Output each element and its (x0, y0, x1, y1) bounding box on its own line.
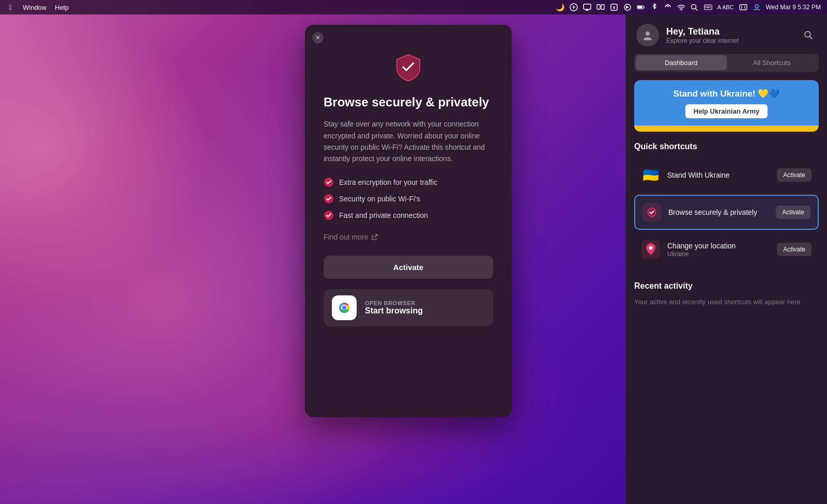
mirror-icon (596, 3, 605, 11)
mirror2-icon (739, 3, 747, 11)
avatar-icon (641, 29, 654, 41)
keyboard-icon (704, 3, 712, 11)
shortcut-ukraine-activate[interactable]: Activate (777, 168, 811, 182)
ukraine-banner-top: Stand with Ukraine! 💛💙 Help Ukrainian Ar… (634, 80, 819, 125)
svg-rect-19 (710, 7, 711, 8)
shortcut-browse: Browse securely & privately Activate (634, 195, 819, 230)
airdrop-icon (753, 3, 761, 11)
check-icon-3 (324, 210, 334, 220)
close-button[interactable]: ✕ (312, 32, 324, 43)
panel-title: Browse securely & privately (324, 94, 493, 110)
search-icon (804, 30, 813, 40)
user-greeting: Hey, Tetiana (666, 26, 793, 37)
quick-shortcuts-title: Quick shortcuts (634, 142, 819, 151)
map-pin-icon (645, 243, 656, 256)
abc-input-label: A ABC (717, 4, 734, 10)
menubar-right: 🌙 8 (556, 3, 821, 11)
svg-rect-13 (705, 6, 706, 7)
flightradar-icon (570, 3, 578, 11)
user-subtitle: Explore your clear internet (666, 37, 793, 44)
tab-all-shortcuts[interactable]: All Shortcuts (727, 55, 818, 70)
shortcut-browse-text: Browse securely & privately (668, 208, 769, 217)
sidebar-header: Hey, Tetiana Explore your clear internet (626, 14, 827, 54)
svg-rect-3 (601, 5, 604, 9)
svg-rect-8 (637, 6, 642, 9)
activate-button[interactable]: Activate (324, 256, 493, 279)
menu-help[interactable]: Help (55, 4, 69, 11)
screentime-icon: 8 (610, 3, 618, 11)
recent-empty-state: Your active and recently used shortcuts … (634, 297, 819, 307)
feature-wifi: Security on public Wi-Fi's (324, 194, 493, 204)
main-panel: ✕ Browse securely & privately Stay safe … (305, 25, 512, 417)
recent-activity: Recent activity Your active and recently… (626, 273, 827, 307)
svg-rect-2 (597, 5, 600, 9)
sidebar-tabs: Dashboard All Shortcuts (634, 54, 819, 72)
shortcut-location-sub: Ukraine (667, 250, 770, 258)
bluetooth-icon (650, 3, 658, 11)
shortcut-location-name: Change your location (667, 241, 770, 250)
start-browsing-label: Start browsing (365, 306, 423, 316)
menubar:  Window Help 🌙 8 (0, 0, 827, 14)
claquette-icon (623, 3, 632, 11)
open-browser-text: OPEN BROWSER Start browsing (365, 300, 423, 316)
open-browser-label: OPEN BROWSER (365, 300, 423, 306)
search-magnifier-icon (691, 3, 699, 11)
ukraine-title: Stand with Ukraine! 💛💙 (644, 88, 809, 99)
shortcut-ukraine: 🇺🇦 Stand With Ukraine Activate (634, 159, 819, 192)
right-sidebar: Hey, Tetiana Explore your clear internet… (625, 14, 827, 504)
check-icon-1 (324, 177, 334, 187)
svg-rect-15 (708, 6, 709, 7)
svg-rect-17 (705, 7, 706, 8)
shortcut-location: Change your location Ukraine Activate (634, 233, 819, 266)
feature-2-text: Security on public Wi-Fi's (339, 195, 420, 203)
shortcut-browse-activate[interactable]: Activate (776, 206, 810, 219)
airplay-icon (664, 3, 672, 11)
user-info: Hey, Tetiana Explore your clear internet (666, 26, 793, 44)
user-avatar (636, 24, 659, 46)
chrome-icon (332, 295, 357, 320)
find-out-more-text: Find out more (324, 233, 368, 241)
wifi-icon (677, 3, 685, 11)
browse-shield-icon (642, 203, 661, 222)
datetime: Wed Mar 9 5:32 PM (766, 4, 821, 11)
menubar-left:  Window Help (6, 3, 69, 11)
feature-encryption: Extra encryption for your traffic (324, 177, 493, 187)
apple-logo-icon:  (6, 3, 14, 11)
chrome-svg-icon (336, 300, 353, 316)
svg-rect-16 (710, 6, 711, 7)
search-button[interactable] (800, 27, 817, 43)
svg-point-28 (342, 306, 346, 310)
shield-icon-wrapper (324, 51, 493, 84)
feature-fast: Fast and private connection (324, 210, 493, 220)
shortcut-ukraine-name: Stand With Ukraine (667, 170, 770, 180)
recent-activity-title: Recent activity (634, 281, 819, 291)
svg-rect-14 (707, 6, 708, 7)
feature-3-text: Fast and private connection (339, 211, 428, 219)
open-browser-bar[interactable]: OPEN BROWSER Start browsing (324, 289, 493, 326)
location-icon (641, 240, 660, 259)
ukraine-help-button[interactable]: Help Ukrainian Army (685, 104, 768, 118)
external-link-icon (371, 233, 378, 241)
panel-description: Stay safe over any network with your con… (324, 118, 493, 165)
svg-rect-20 (740, 5, 747, 10)
shield-icon (392, 51, 425, 84)
shortcut-ukraine-text: Stand With Ukraine (667, 170, 770, 180)
panel-content: Browse securely & privately Stay safe ov… (305, 25, 512, 417)
shield-check-icon (646, 206, 658, 218)
tab-dashboard[interactable]: Dashboard (636, 55, 727, 70)
check-icon-2 (324, 194, 334, 204)
find-out-more-link[interactable]: Find out more (324, 233, 493, 241)
ukraine-banner-yellow (634, 125, 819, 132)
moon-icon: 🌙 (556, 3, 564, 11)
display-icon (583, 3, 591, 11)
shortcut-location-text: Change your location Ukraine (667, 241, 770, 258)
svg-point-29 (646, 32, 650, 36)
svg-text:8: 8 (612, 5, 615, 10)
feature-1-text: Extra encryption for your traffic (339, 178, 437, 186)
shortcut-location-activate[interactable]: Activate (777, 243, 811, 256)
menu-window[interactable]: Window (23, 4, 47, 11)
svg-point-9 (667, 5, 669, 7)
quick-shortcuts-section: Quick shortcuts 🇺🇦 Stand With Ukraine Ac… (626, 142, 827, 269)
svg-point-21 (755, 5, 758, 8)
ukraine-flag-icon: 🇺🇦 (641, 166, 660, 184)
